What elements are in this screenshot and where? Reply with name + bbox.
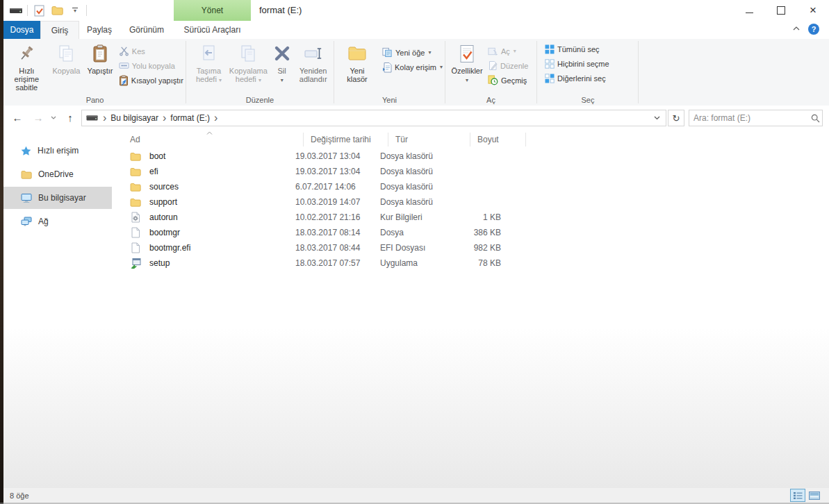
column-header-name[interactable]: Ad: [115, 133, 304, 146]
drive-icon: [82, 115, 102, 121]
tab-drive-tools[interactable]: Sürücü Araçları: [174, 21, 251, 39]
address-bar[interactable]: › Bu bilgisayar › format (E:) ›: [81, 110, 666, 126]
customize-toolbar-icon[interactable]: ▾: [68, 3, 82, 17]
forward-button[interactable]: →: [30, 109, 47, 126]
copy-button[interactable]: Kopyala: [50, 41, 83, 76]
sidebar-item-onedrive[interactable]: OneDrive: [3, 163, 112, 185]
folder-icon: [130, 151, 141, 162]
sidebar-item-label: Bu bilgisayar: [38, 193, 86, 203]
contextual-tab-manage[interactable]: Yönet: [174, 0, 251, 21]
onedrive-folder-icon: [21, 170, 32, 179]
copy-path-button[interactable]: Yolu kopyala: [117, 58, 185, 73]
button-label: Yeni klasör: [342, 67, 372, 83]
table-row[interactable]: bootmgr 18.03.2017 08:14 Dosya 386 KB: [115, 225, 823, 240]
column-header-size[interactable]: Boyut: [470, 133, 526, 146]
history-button[interactable]: Geçmiş: [486, 73, 530, 87]
navigation-bar: ← → ↑ › Bu bilgisayar › format (E:) › ↻: [3, 106, 829, 131]
help-icon[interactable]: ?: [808, 24, 819, 35]
table-row[interactable]: support 10.03.2019 14:07 Dosya klasörü: [115, 194, 823, 210]
ribbon-tab-strip: Dosya Giriş Paylaş Görünüm Sürücü Araçla…: [3, 21, 829, 40]
select-none-button[interactable]: Hiçbirini seçme: [543, 56, 638, 71]
file-date: 18.03.2017 08:44: [288, 243, 373, 253]
properties-quick-icon[interactable]: [32, 3, 46, 17]
ribbon-group-new: Yeni klasör Yeni öğe ▾ Kolay erişim ▾ Ye…: [335, 39, 444, 106]
sidebar-item-network[interactable]: Ağ: [3, 210, 112, 233]
recent-locations-icon[interactable]: [48, 109, 59, 126]
new-folder-quick-icon[interactable]: [50, 3, 64, 17]
group-separator: [536, 41, 537, 103]
copy-icon: [57, 42, 75, 65]
tab-gorunum[interactable]: Görünüm: [120, 21, 174, 39]
navigation-pane: Hızlı erişim OneDrive Bu bilgisayar Ağ: [3, 131, 112, 488]
move-to-button[interactable]: Taşıma hedefi ▾: [191, 41, 227, 85]
search-icon[interactable]: [805, 114, 826, 123]
breadcrumb-this-pc[interactable]: Bu bilgisayar: [107, 110, 162, 126]
pin-to-quick-access-button[interactable]: Hızlı erişime sabitle: [5, 41, 49, 93]
rename-button[interactable]: Yeniden adlandır: [295, 41, 331, 85]
address-dropdown-icon[interactable]: [648, 116, 666, 120]
move-to-icon: [199, 42, 217, 65]
easy-access-icon: [382, 62, 392, 73]
table-row[interactable]: boot 19.03.2017 13:04 Dosya klasörü: [115, 149, 823, 164]
collapse-ribbon-icon[interactable]: [793, 26, 800, 31]
breadcrumb-drive[interactable]: format (E:): [167, 110, 213, 126]
select-none-icon: [545, 59, 555, 69]
invert-selection-button[interactable]: Diğerlerini seç: [543, 71, 638, 85]
history-icon: [488, 75, 498, 85]
open-button[interactable]: Aç ▾: [486, 44, 530, 58]
maximize-button[interactable]: [765, 0, 797, 21]
table-row[interactable]: bootmgr.efi 18.03.2017 08:44 EFI Dosyası…: [115, 240, 823, 255]
file-name: setup: [145, 258, 170, 268]
new-item-icon: [382, 47, 393, 58]
toolbar-separator: [27, 5, 28, 16]
file-type: EFI Dosyası: [373, 243, 455, 253]
file-date: 6.07.2017 14:06: [288, 182, 373, 192]
window-controls: ×: [733, 0, 829, 21]
new-folder-button[interactable]: Yeni klasör: [340, 41, 374, 85]
sidebar-item-quick-access[interactable]: Hızlı erişim: [3, 140, 112, 162]
open-icon: [488, 47, 498, 56]
file-name: boot: [145, 151, 165, 161]
table-row[interactable]: autorun 10.02.2017 21:16 Kur Bilgileri 1…: [115, 210, 823, 225]
delete-button[interactable]: Sil▾: [270, 41, 294, 85]
minimize-button[interactable]: [733, 0, 765, 21]
new-item-button[interactable]: Yeni öğe ▾: [381, 45, 444, 60]
folder-icon: [130, 166, 141, 177]
button-label: Yolu kopyala: [132, 62, 175, 70]
thumbnail-view-button[interactable]: [807, 489, 822, 502]
copy-to-button[interactable]: Kopyalama hedefi ▾: [228, 41, 269, 85]
paste-button[interactable]: Yapıştır: [84, 41, 116, 76]
sidebar-item-this-pc[interactable]: Bu bilgisayar: [3, 187, 112, 209]
back-button[interactable]: ←: [9, 109, 26, 126]
select-all-button[interactable]: Tümünü seç: [543, 42, 638, 56]
item-count: 8 öğe: [3, 492, 29, 500]
details-view-button[interactable]: [790, 489, 805, 502]
up-button[interactable]: ↑: [62, 109, 79, 126]
file-type: Dosya klasörü: [373, 151, 455, 161]
file-type: Dosya klasörü: [373, 182, 455, 192]
tab-giris[interactable]: Giriş: [40, 21, 79, 40]
table-row[interactable]: setup 18.03.2017 07:57 Uygulama 78 KB: [115, 255, 823, 271]
tab-paylas[interactable]: Paylaş: [79, 21, 120, 39]
window-title: format (E:): [259, 5, 302, 15]
column-header-type[interactable]: Tür: [388, 133, 470, 146]
refresh-button[interactable]: ↻: [668, 110, 684, 126]
properties-button[interactable]: Özellikler▾: [449, 41, 485, 85]
file-icon: [130, 242, 141, 253]
edit-button[interactable]: Düzenle: [486, 58, 530, 73]
breadcrumb-separator: ›: [162, 110, 167, 126]
table-row[interactable]: efi 19.03.2017 13:04 Dosya klasörü: [115, 164, 823, 179]
group-separator: [186, 41, 186, 103]
paste-shortcut-button[interactable]: Kısayol yapıştır: [117, 73, 185, 87]
computer-icon: [21, 193, 32, 203]
group-label-clipboard: Pano: [5, 96, 185, 104]
search-input[interactable]: [689, 113, 805, 123]
paste-icon: [92, 42, 108, 65]
tab-dosya[interactable]: Dosya: [3, 21, 40, 39]
table-row[interactable]: sources 6.07.2017 14:06 Dosya klasörü: [115, 179, 823, 194]
column-header-date[interactable]: Değiştirme tarihi: [304, 133, 388, 146]
button-label: Kes: [132, 47, 145, 56]
cut-button[interactable]: Kes: [117, 44, 185, 58]
easy-access-button[interactable]: Kolay erişim ▾: [381, 60, 444, 74]
close-button[interactable]: ×: [797, 0, 829, 21]
